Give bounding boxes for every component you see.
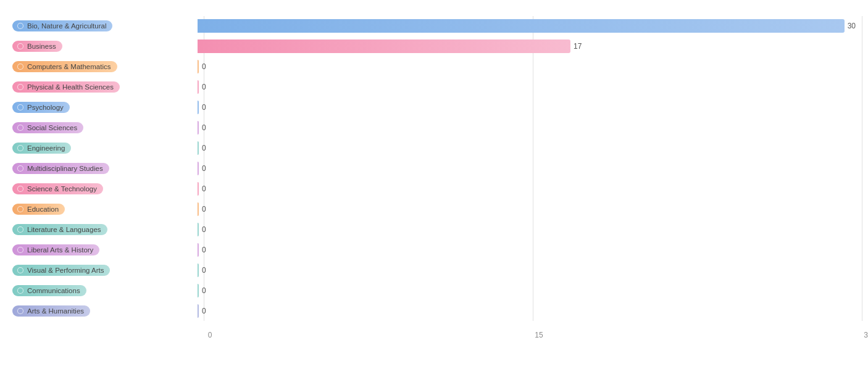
- bar-label: Multidisciplinary Studies: [12, 163, 198, 174]
- label-pill: Physical & Health Sciences: [12, 81, 120, 93]
- bar-track: 0: [198, 263, 856, 277]
- label-circle-icon: [17, 308, 23, 314]
- bar-label-text: Psychology: [27, 104, 64, 111]
- bar-row: Liberal Arts & History0: [12, 240, 856, 260]
- bar-value: 0: [202, 185, 206, 193]
- bar-row: Social Sciences0: [12, 118, 856, 138]
- bar-label: Communications: [12, 285, 198, 296]
- bar-label-text: Liberal Arts & History: [27, 246, 93, 254]
- label-pill: Computers & Mathematics: [12, 61, 117, 72]
- bar-track: 0: [198, 223, 856, 236]
- label-pill: Bio, Nature & Agricultural: [12, 20, 112, 31]
- bar-fill: [198, 80, 199, 94]
- label-pill: Literature & Languages: [12, 224, 107, 235]
- grid-line: [862, 16, 862, 321]
- bar-fill: [198, 223, 199, 236]
- label-circle-icon: [17, 267, 23, 273]
- bar-label: Computers & Mathematics: [12, 61, 198, 72]
- label-circle-icon: [17, 165, 23, 172]
- bar-label: Science & Technology: [12, 183, 198, 194]
- bar-row: Visual & Performing Arts0: [12, 260, 856, 280]
- label-circle-icon: [17, 145, 23, 151]
- bar-value: 0: [202, 307, 206, 315]
- bar-label-text: Education: [27, 205, 59, 213]
- bar-track: 0: [198, 162, 856, 175]
- bar-track: 0: [198, 121, 856, 135]
- bar-label-text: Physical & Health Sciences: [27, 83, 114, 91]
- bar-track: 0: [198, 304, 856, 318]
- bar-value: 0: [202, 62, 206, 71]
- label-circle-icon: [17, 186, 23, 192]
- label-pill: Multidisciplinary Studies: [12, 163, 109, 174]
- bar-track: 0: [198, 60, 856, 73]
- bar-row: Arts & Humanities0: [12, 301, 856, 321]
- label-circle-icon: [17, 64, 23, 70]
- bar-label-text: Engineering: [27, 144, 65, 152]
- bar-track: 0: [198, 284, 856, 297]
- bar-fill: [198, 182, 199, 196]
- label-pill: Social Sciences: [12, 122, 83, 133]
- bar-track: 0: [198, 80, 856, 94]
- bar-label-text: Computers & Mathematics: [27, 63, 111, 70]
- bar-label: Visual & Performing Arts: [12, 265, 198, 276]
- bar-value: 17: [574, 42, 582, 51]
- bar-value: 0: [202, 103, 206, 112]
- bar-row: Literature & Languages0: [12, 220, 856, 239]
- bar-fill: [198, 243, 199, 257]
- bar-row: Business17: [12, 36, 856, 56]
- bar-value: 0: [202, 164, 206, 173]
- label-pill: Education: [12, 204, 65, 215]
- bar-label-text: Social Sciences: [27, 124, 77, 131]
- bar-label: Business: [12, 41, 198, 52]
- bar-fill: [198, 39, 570, 53]
- bar-label-text: Business: [27, 43, 56, 50]
- bar-label-text: Arts & Humanities: [27, 307, 84, 315]
- bar-label: Arts & Humanities: [12, 305, 198, 317]
- bar-row: Multidisciplinary Studies0: [12, 159, 856, 178]
- bar-track: 0: [198, 101, 856, 114]
- bar-value: 0: [202, 205, 206, 214]
- bar-label: Bio, Nature & Agricultural: [12, 20, 198, 31]
- label-circle-icon: [17, 206, 23, 212]
- bar-row: Physical & Health Sciences0: [12, 77, 856, 97]
- bar-track: 0: [198, 243, 856, 257]
- label-pill: Psychology: [12, 102, 70, 113]
- bar-value: 30: [848, 22, 856, 30]
- bar-track: 30: [198, 19, 856, 33]
- label-pill: Arts & Humanities: [12, 305, 90, 317]
- bar-row: Bio, Nature & Agricultural30: [12, 16, 856, 36]
- bar-label: Physical & Health Sciences: [12, 81, 198, 93]
- label-pill: Business: [12, 41, 62, 52]
- bar-value: 0: [202, 286, 206, 295]
- bar-fill: [198, 162, 199, 175]
- label-pill: Science & Technology: [12, 183, 103, 194]
- label-circle-icon: [17, 125, 23, 131]
- bar-row: Science & Technology0: [12, 179, 856, 199]
- bar-row: Computers & Mathematics0: [12, 57, 856, 77]
- label-pill: Visual & Performing Arts: [12, 265, 110, 276]
- x-axis-tick: 15: [535, 331, 543, 339]
- bar-fill: [198, 202, 199, 216]
- label-circle-icon: [17, 226, 23, 233]
- label-pill: Liberal Arts & History: [12, 244, 99, 255]
- bar-row: Engineering0: [12, 138, 856, 158]
- bar-fill: [198, 60, 199, 73]
- bar-fill: [198, 304, 199, 318]
- bar-track: 0: [198, 141, 856, 155]
- label-circle-icon: [17, 288, 23, 294]
- label-pill: Communications: [12, 285, 86, 296]
- bar-fill: [198, 101, 199, 114]
- label-circle-icon: [17, 104, 23, 110]
- bar-row: Psychology0: [12, 98, 856, 117]
- bar-track: 0: [198, 202, 856, 216]
- bar-track: 0: [198, 182, 856, 196]
- bar-value: 0: [202, 123, 206, 132]
- bar-label: Social Sciences: [12, 122, 198, 133]
- x-axis-tick: 30: [864, 331, 868, 339]
- x-axis-tick: 0: [208, 331, 212, 339]
- bar-label-text: Science & Technology: [27, 185, 97, 193]
- chart-container: Bio, Nature & Agricultural30Business17Co…: [0, 0, 868, 390]
- bar-fill: [198, 19, 845, 33]
- bar-value: 0: [202, 144, 206, 152]
- bar-label: Engineering: [12, 143, 198, 154]
